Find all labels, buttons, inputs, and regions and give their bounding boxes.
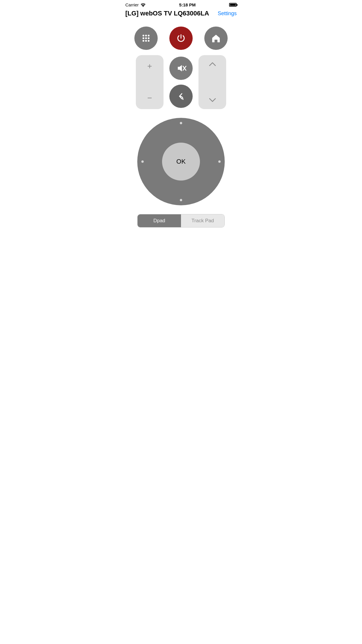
remote-container: + − [121,21,241,239]
channel-up-icon [208,62,217,67]
dpad-left-dot [141,160,144,163]
dpad-up-dot [180,122,182,124]
power-icon [175,32,187,44]
trackpad-tab[interactable]: Track Pad [181,214,224,227]
mute-icon [175,63,187,74]
dpad-container: OK [137,118,225,205]
tab-switcher: Dpad Track Pad [137,214,225,228]
mute-button[interactable] [169,57,193,80]
top-row [134,27,228,50]
header: [LG] webOS TV LQ63006LA Settings [121,8,241,21]
svg-point-4 [143,37,144,39]
dpad-tab[interactable]: Dpad [138,214,181,227]
volume-up-label: + [147,62,152,71]
svg-point-8 [145,40,147,42]
settings-button[interactable]: Settings [218,10,237,17]
numpad-icon [140,33,152,44]
status-bar-left: Carrier [125,2,146,7]
svg-point-3 [148,35,150,36]
numpad-button[interactable] [134,27,158,50]
dpad-down-dot [180,199,182,201]
svg-point-5 [145,37,147,39]
ok-button[interactable]: OK [162,143,200,181]
dpad-circle[interactable]: OK [137,118,225,205]
status-bar: Carrier 5:18 PM [121,0,241,8]
status-bar-time: 5:18 PM [179,2,196,7]
status-bar-right [229,3,237,7]
channel-down-icon [208,97,217,103]
power-button[interactable] [169,27,193,50]
page-title: [LG] webOS TV LQ63006LA [125,10,209,17]
svg-point-9 [148,40,150,42]
center-btns [169,57,193,108]
svg-point-1 [143,35,144,36]
svg-point-7 [143,40,144,42]
svg-point-0 [143,6,143,7]
volume-down-label: − [147,93,152,103]
svg-point-2 [145,35,147,36]
carrier-label: Carrier [125,2,139,7]
dpad-right-dot [218,160,221,163]
wifi-icon [140,3,146,7]
volume-control[interactable]: + − [136,55,164,109]
home-icon [210,33,222,44]
back-icon [175,91,187,102]
battery-icon [229,3,237,7]
back-button[interactable] [169,85,193,108]
svg-point-6 [148,37,150,39]
ok-label: OK [176,158,186,165]
dpad-tab-label: Dpad [153,218,165,223]
trackpad-tab-label: Track Pad [191,218,214,223]
middle-row: + − [136,55,226,109]
home-button[interactable] [204,27,228,50]
channel-control[interactable] [198,55,226,109]
